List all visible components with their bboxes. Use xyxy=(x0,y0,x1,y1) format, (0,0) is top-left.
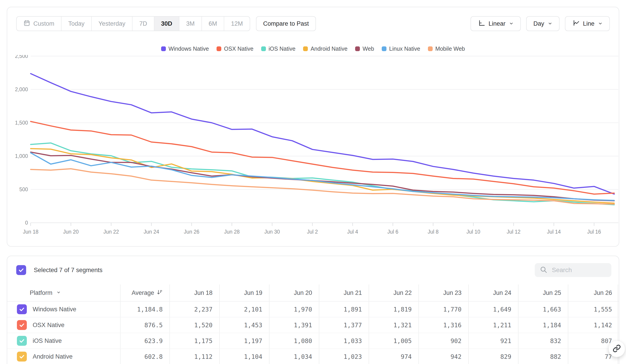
range-today[interactable]: Today xyxy=(62,17,92,31)
value-cell: 2,101 xyxy=(219,306,269,313)
legend-item[interactable]: Windows Native xyxy=(161,45,209,52)
segment-checkbox[interactable] xyxy=(17,352,27,362)
value-cell: 1,211 xyxy=(468,322,518,329)
x-axis-label: Jul 14 xyxy=(547,229,561,235)
average-cell: 623.9 xyxy=(120,337,169,344)
segments-table-card: Selected 7 of 7 segments PlatformAverage… xyxy=(7,256,619,364)
legend-swatch xyxy=(382,46,387,51)
date-column-header[interactable]: Jun 22 xyxy=(369,290,419,296)
range-3m[interactable]: 3M xyxy=(179,17,202,31)
legend-swatch xyxy=(303,46,308,51)
y-axis-label: 2,000 xyxy=(15,86,28,92)
range-label: 3M xyxy=(186,20,195,27)
legend-label: Android Native xyxy=(311,45,348,52)
value-cell: 1,555 xyxy=(568,306,619,313)
date-column-header[interactable]: Jun 25 xyxy=(518,290,568,296)
range-12m[interactable]: 12M xyxy=(224,17,250,31)
value-cell: 1,316 xyxy=(419,322,468,329)
value-cell: 1,142 xyxy=(568,322,619,329)
date-column-header[interactable]: Jun 18 xyxy=(169,290,219,296)
date-column-header[interactable]: Jun 23 xyxy=(419,290,468,296)
date-header-label: Jun 22 xyxy=(393,290,412,296)
platform-header-label: Platform xyxy=(30,290,52,296)
value-cell: 829 xyxy=(468,353,518,360)
search-input[interactable] xyxy=(552,266,604,274)
series-line-linux-native[interactable] xyxy=(31,153,614,200)
date-column-header[interactable]: Jun 21 xyxy=(319,290,369,296)
legend-item[interactable]: OSX Native xyxy=(217,45,254,52)
series-line-web[interactable] xyxy=(31,152,614,201)
segment-checkbox[interactable] xyxy=(17,336,27,346)
value-cell: 1,023 xyxy=(319,353,369,360)
line-chart[interactable]: 05001,0001,5002,0002,500Jun 18Jun 20Jun … xyxy=(7,55,620,242)
range-label: 30D xyxy=(161,20,172,27)
chart-card: CustomTodayYesterday7D30D3M6M12M Compare… xyxy=(7,7,619,247)
sort-descending-icon xyxy=(156,289,163,297)
segment-checkbox[interactable] xyxy=(17,304,27,314)
legend-item[interactable]: Linux Native xyxy=(382,45,420,52)
legend-item[interactable]: iOS Native xyxy=(261,45,295,52)
value-cell: 2,237 xyxy=(169,306,219,313)
value-cell: 1,520 xyxy=(169,322,219,329)
date-header-label: Jun 21 xyxy=(344,290,362,296)
average-cell: 1,184.8 xyxy=(120,306,169,313)
average-cell: 602.8 xyxy=(120,353,169,360)
interval-label: Day xyxy=(533,20,544,27)
value-cell: 974 xyxy=(369,353,419,360)
date-column-header[interactable]: Jun 19 xyxy=(219,290,269,296)
date-header-label: Jun 23 xyxy=(443,290,462,296)
x-axis-label: Jun 26 xyxy=(184,229,199,235)
date-header-label: Jun 19 xyxy=(244,290,262,296)
legend-item[interactable]: Mobile Web xyxy=(428,45,465,52)
value-cell: 1,453 xyxy=(219,322,269,329)
range-7d[interactable]: 7D xyxy=(132,17,154,31)
range-label: 12M xyxy=(231,20,243,27)
legend-label: Windows Native xyxy=(169,45,209,52)
value-cell: 882 xyxy=(518,353,568,360)
range-label: 7D xyxy=(139,20,147,27)
average-cell: 876.5 xyxy=(120,322,169,329)
value-cell: 1,034 xyxy=(269,353,319,360)
date-range-segmented-control: CustomTodayYesterday7D30D3M6M12M xyxy=(16,16,250,31)
date-column-header[interactable]: Jun 26 xyxy=(568,290,619,296)
chart-type-dropdown[interactable]: Line xyxy=(565,16,610,31)
range-30d[interactable]: 30D xyxy=(154,17,180,31)
series-line-mobile-web[interactable] xyxy=(31,169,614,204)
legend-label: OSX Native xyxy=(224,45,254,52)
segment-search[interactable] xyxy=(535,263,611,277)
value-cell: 1,770 xyxy=(419,306,468,313)
x-axis-label: Jul 12 xyxy=(507,229,520,235)
date-header-label: Jun 26 xyxy=(594,290,612,296)
legend-label: iOS Native xyxy=(269,45,295,52)
date-column-header[interactable]: Jun 24 xyxy=(468,290,518,296)
value-cell: 1,033 xyxy=(319,337,369,344)
date-column-header[interactable]: Jun 20 xyxy=(269,290,319,296)
value-cell: 1,377 xyxy=(319,322,369,329)
range-6m[interactable]: 6M xyxy=(202,17,224,31)
x-axis-label: Jun 30 xyxy=(264,229,280,235)
scale-dropdown[interactable]: Linear xyxy=(470,16,521,31)
value-cell: 1,649 xyxy=(468,306,518,313)
interval-dropdown[interactable]: Day xyxy=(526,16,559,31)
average-column-header[interactable]: Average xyxy=(120,289,169,297)
segment-checkbox[interactable] xyxy=(17,320,27,330)
legend-item[interactable]: Web xyxy=(355,45,374,52)
copy-link-button[interactable] xyxy=(609,341,625,357)
segment-label: Windows Native xyxy=(33,306,77,313)
select-all-checkbox[interactable] xyxy=(16,265,26,275)
legend-label: Mobile Web xyxy=(435,45,465,52)
range-label: Today xyxy=(68,20,84,27)
series-line-windows-native[interactable] xyxy=(31,74,614,194)
range-yesterday[interactable]: Yesterday xyxy=(92,17,132,31)
platform-cell: iOS Native xyxy=(7,336,120,346)
legend-swatch xyxy=(261,46,266,51)
x-axis-label: Jul 8 xyxy=(428,229,439,235)
segments-table: PlatformAverageJun 18Jun 19Jun 20Jun 21J… xyxy=(7,285,619,364)
legend-item[interactable]: Android Native xyxy=(303,45,348,52)
legend-swatch xyxy=(161,46,166,51)
date-header-label: Jun 18 xyxy=(194,290,212,296)
date-header-label: Jun 25 xyxy=(543,290,561,296)
compare-to-past-button[interactable]: Compare to Past xyxy=(256,16,316,31)
platform-column-header[interactable]: Platform xyxy=(7,290,120,296)
range-custom[interactable]: Custom xyxy=(17,17,62,31)
